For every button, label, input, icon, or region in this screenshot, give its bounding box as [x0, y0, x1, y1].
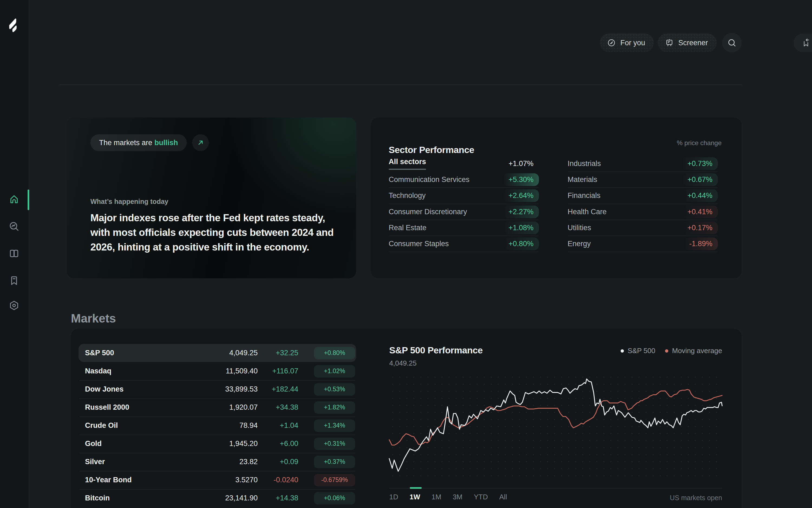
market-name: Crude Oil: [85, 421, 166, 430]
market-change: +6.00: [258, 439, 298, 448]
sector-row[interactable]: Health Care+0.41%: [568, 204, 718, 220]
hero-headline: Major indexes rose after the Fed kept ra…: [90, 211, 346, 255]
row-divider: [80, 417, 355, 417]
legend-dot: [621, 349, 624, 352]
market-change: +1.04: [258, 421, 298, 430]
screener-label: Screener: [678, 39, 708, 47]
daily-brief-card[interactable]: The markets are bullish What’s happening…: [66, 118, 356, 279]
sector-change-value: +0.80%: [503, 238, 539, 250]
index-chart-panel: S&P 500 Performance 4,049.25 S&P 500Movi…: [389, 345, 722, 505]
legend-item: S&P 500: [621, 347, 655, 355]
market-name: Dow Jones: [85, 385, 166, 393]
market-pct-badge: +0.06%: [314, 492, 355, 505]
market-row-nasdaq[interactable]: Nasdaq11,509.40+116.07+1.02%: [79, 362, 356, 380]
app-root: For you Screener The markets are bullish: [0, 0, 812, 508]
market-pct-badge: +0.53%: [314, 383, 355, 396]
sector-row[interactable]: Consumer Staples+0.80%: [389, 236, 539, 252]
sidebar-item-settings[interactable]: [0, 294, 28, 318]
sector-row[interactable]: All sectors+1.07%: [389, 156, 539, 171]
price-chart[interactable]: [389, 374, 722, 477]
sentiment-open-button[interactable]: [192, 134, 209, 151]
markets-card: S&P 5004,049.25+32.25+0.80%Nasdaq11,509.…: [71, 329, 741, 508]
market-sentiment-pill[interactable]: The markets are bullish: [90, 134, 187, 151]
range-divider: [389, 488, 722, 489]
sector-row[interactable]: Industrials+0.73%: [568, 156, 718, 172]
search-button[interactable]: [722, 33, 741, 52]
screener-board-icon: [665, 38, 674, 47]
sector-label: Real Estate: [389, 224, 426, 232]
settings-icon: [8, 299, 20, 311]
search-icon: [727, 38, 737, 48]
sector-row[interactable]: Communication Services+5.30%: [389, 172, 539, 188]
range-tab-all[interactable]: All: [499, 493, 507, 501]
market-value: 4,049.25: [166, 349, 258, 357]
market-change: +32.25: [258, 349, 298, 357]
market-row-silver[interactable]: Silver23.82+0.09+0.37%: [79, 453, 356, 471]
sector-row[interactable]: Consumer Discretionary+2.27%: [389, 204, 539, 220]
markets-list: S&P 5004,049.25+32.25+0.80%Nasdaq11,509.…: [79, 344, 356, 507]
row-divider: [80, 453, 355, 453]
sector-label: Utilities: [568, 224, 591, 232]
market-change: +34.38: [258, 403, 298, 412]
sector-change-value: +0.73%: [682, 157, 718, 170]
market-row-10-year-bond[interactable]: 10-Year Bond3.5270-0.0240-0.6759%: [79, 471, 356, 489]
row-divider: [80, 489, 355, 490]
for-you-button[interactable]: For you: [600, 34, 654, 52]
sector-row[interactable]: Real Estate+1.08%: [389, 220, 539, 236]
legend-dot: [665, 349, 668, 352]
market-row-bitcoin[interactable]: Bitcoin23,141.90+14.38+0.06%: [79, 489, 356, 507]
sector-row[interactable]: Technology+2.64%: [389, 188, 539, 204]
market-name: Bitcoin: [85, 494, 166, 502]
row-divider: [80, 398, 355, 399]
row-divider: [80, 471, 355, 471]
chart-legend: S&P 500Moving average: [621, 347, 722, 355]
sector-label: Materials: [568, 175, 597, 184]
sidebar-item-bookmark[interactable]: [0, 269, 28, 292]
range-tab-1d[interactable]: 1D: [389, 493, 398, 501]
bookmark-icon: [8, 274, 20, 287]
market-row-gold[interactable]: Gold1,945.20+6.00+0.31%: [79, 435, 356, 453]
market-row-crude-oil[interactable]: Crude Oil78.94+1.04+1.34%: [79, 417, 356, 435]
market-value: 33,899.53: [166, 385, 258, 393]
restore-watchlist-button[interactable]: [794, 34, 812, 52]
range-tab-ytd[interactable]: YTD: [474, 493, 488, 501]
sector-label: Industrials: [568, 160, 601, 168]
market-name: S&P 500: [85, 349, 166, 357]
row-divider: [80, 435, 355, 435]
market-row-dow-jones[interactable]: Dow Jones33,899.53+182.44+0.53%: [79, 380, 356, 398]
market-pct-badge: +0.80%: [314, 347, 355, 359]
sidebar-item-book[interactable]: [0, 242, 28, 265]
range-tab-1m[interactable]: 1M: [432, 493, 441, 501]
sidebar-item-explore[interactable]: [0, 214, 28, 238]
sentiment-value: bullish: [154, 139, 178, 147]
sector-row[interactable]: Financials+0.44%: [568, 188, 718, 204]
market-value: 23.82: [166, 458, 258, 466]
range-tab-3m[interactable]: 3M: [453, 493, 462, 501]
market-value: 1,920.07: [166, 403, 258, 412]
market-change: +0.09: [258, 458, 298, 466]
bookmark-arrow-icon: [800, 38, 810, 48]
market-pct-badge: +0.37%: [314, 456, 355, 468]
sector-change-value: +1.08%: [503, 221, 539, 234]
sector-row[interactable]: Materials+0.67%: [568, 172, 718, 188]
app-logo-icon: [8, 16, 20, 33]
sector-row[interactable]: Utilities+0.17%: [568, 220, 718, 236]
sector-change-value: +2.64%: [503, 189, 539, 202]
sector-label: Consumer Discretionary: [389, 208, 467, 216]
sector-label: Communication Services: [389, 175, 469, 184]
sector-performance-card: Sector Performance % price change All se…: [371, 118, 741, 279]
sidebar: [0, 0, 29, 508]
range-tab-1w[interactable]: 1W: [409, 493, 420, 501]
market-name: Gold: [85, 439, 166, 448]
screener-button[interactable]: Screener: [658, 34, 717, 52]
market-pct-badge: +0.31%: [314, 437, 355, 450]
sector-row[interactable]: Energy-1.89%: [568, 236, 718, 252]
sector-change-value: +0.41%: [682, 206, 718, 218]
market-row-s-p-500[interactable]: S&P 5004,049.25+32.25+0.80%: [79, 344, 356, 362]
market-row-russell-2000[interactable]: Russell 20001,920.07+34.38+1.82%: [79, 398, 356, 417]
market-value: 3.5270: [166, 476, 258, 484]
market-change: +116.07: [258, 367, 298, 375]
market-name: Nasdaq: [85, 367, 166, 375]
sidebar-item-home[interactable]: [0, 187, 28, 211]
market-name: Silver: [85, 458, 166, 466]
